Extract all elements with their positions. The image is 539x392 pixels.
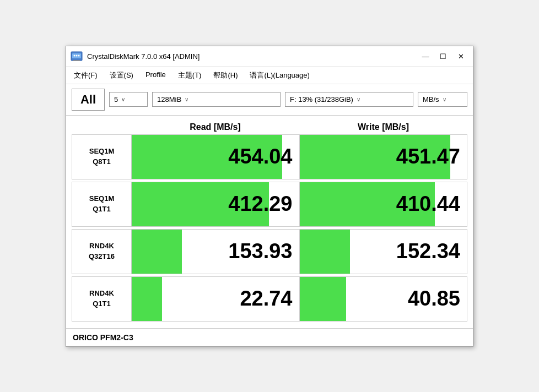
- close-button[interactable]: ✕: [453, 50, 468, 62]
- runs-chevron: ∨: [121, 96, 125, 102]
- footer: ORICO PFM2-C3: [66, 328, 473, 346]
- write-value-rnd4k-q32t16: 152.34: [396, 239, 460, 263]
- window-title: CrystalDiskMark 7.0.0 x64 [ADMIN]: [87, 52, 200, 61]
- svg-rect-2: [74, 59, 79, 60]
- menu-help[interactable]: 帮助(H): [208, 68, 243, 83]
- column-headers: Read [MB/s] Write [MB/s]: [72, 120, 467, 134]
- menu-language[interactable]: 语言(L)(Language): [244, 68, 315, 83]
- read-value-rnd4k-q32t16: 153.93: [228, 239, 292, 263]
- svg-point-4: [74, 55, 76, 57]
- row-label-seq1m-q8t1: SEQ1MQ8T1: [72, 135, 132, 179]
- write-cell-seq1m-q1t1: 410.44: [300, 182, 467, 226]
- title-bar-left: CrystalDiskMark 7.0.0 x64 [ADMIN]: [71, 50, 200, 62]
- table-row: RND4KQ1T1 22.74 40.85: [72, 276, 467, 322]
- svg-point-6: [78, 55, 80, 57]
- runs-select[interactable]: 5 ∨: [109, 92, 148, 107]
- write-value-rnd4k-q1t1: 40.85: [408, 287, 460, 311]
- read-cell-rnd4k-q32t16: 153.93: [132, 230, 300, 274]
- size-chevron: ∨: [185, 96, 188, 102]
- table-row: SEQ1MQ1T1 412.29 410.44: [72, 182, 467, 227]
- title-bar-controls: — ☐ ✕: [418, 50, 468, 62]
- size-select[interactable]: 128MiB ∨: [152, 92, 281, 107]
- read-value-seq1m-q8t1: 454.04: [228, 145, 292, 168]
- runs-value: 5: [114, 95, 118, 104]
- row-label-rnd4k-q32t16: RND4KQ32T16: [72, 230, 132, 274]
- drive-value: F: 13% (31/238GiB): [290, 95, 353, 104]
- menu-file[interactable]: 文件(F): [68, 68, 103, 83]
- toolbar: All 5 ∨ 128MiB ∨ F: 13% (31/238GiB) ∨ MB…: [66, 84, 473, 116]
- read-header: Read [MB/s]: [131, 120, 299, 134]
- read-cell-rnd4k-q1t1: 22.74: [132, 277, 300, 321]
- write-bar-rnd4k-q1t1: [300, 277, 347, 321]
- unit-value: MB/s: [423, 95, 439, 104]
- write-bar-rnd4k-q32t16: [300, 230, 350, 274]
- device-name: ORICO PFM2-C3: [73, 333, 133, 342]
- write-value-seq1m-q8t1: 451.47: [396, 145, 460, 168]
- read-bar-rnd4k-q1t1: [132, 277, 162, 321]
- main-window: CrystalDiskMark 7.0.0 x64 [ADMIN] — ☐ ✕ …: [66, 46, 473, 347]
- menu-bar: 文件(F) 设置(S) Profile 主题(T) 帮助(H) 语言(L)(La…: [66, 67, 473, 84]
- row-label-spacer: [72, 120, 131, 134]
- title-bar: CrystalDiskMark 7.0.0 x64 [ADMIN] — ☐ ✕: [66, 46, 473, 67]
- write-cell-rnd4k-q32t16: 152.34: [300, 230, 467, 274]
- row-label-seq1m-q1t1: SEQ1MQ1T1: [72, 182, 132, 226]
- write-cell-seq1m-q8t1: 451.47: [300, 135, 467, 179]
- read-bar-rnd4k-q32t16: [132, 230, 182, 274]
- write-value-seq1m-q1t1: 410.44: [396, 192, 460, 216]
- unit-chevron: ∨: [443, 96, 446, 102]
- read-value-rnd4k-q1t1: 22.74: [240, 287, 292, 311]
- drive-chevron: ∨: [357, 96, 360, 102]
- minimize-button[interactable]: —: [418, 50, 433, 62]
- table-row: SEQ1MQ8T1 454.04 451.47: [72, 134, 467, 179]
- content-area: Read [MB/s] Write [MB/s] SEQ1MQ8T1 454.0…: [66, 116, 473, 328]
- read-cell-seq1m-q1t1: 412.29: [132, 182, 300, 226]
- menu-profile[interactable]: Profile: [140, 68, 171, 83]
- drive-select[interactable]: F: 13% (31/238GiB) ∨: [285, 92, 413, 107]
- write-cell-rnd4k-q1t1: 40.85: [300, 277, 467, 321]
- all-label: All: [72, 89, 105, 111]
- read-cell-seq1m-q8t1: 454.04: [132, 135, 300, 179]
- unit-select[interactable]: MB/s ∨: [418, 92, 467, 107]
- app-icon: [71, 50, 83, 62]
- row-label-rnd4k-q1t1: RND4KQ1T1: [72, 277, 132, 321]
- read-value-seq1m-q1t1: 412.29: [228, 192, 292, 216]
- write-header: Write [MB/s]: [299, 120, 467, 134]
- maximize-button[interactable]: ☐: [435, 50, 451, 62]
- svg-rect-3: [73, 60, 80, 61]
- size-value: 128MiB: [157, 95, 181, 104]
- menu-settings[interactable]: 设置(S): [104, 68, 139, 83]
- table-row: RND4KQ32T16 153.93 152.34: [72, 229, 467, 274]
- menu-theme[interactable]: 主题(T): [173, 68, 207, 83]
- svg-point-5: [76, 55, 78, 57]
